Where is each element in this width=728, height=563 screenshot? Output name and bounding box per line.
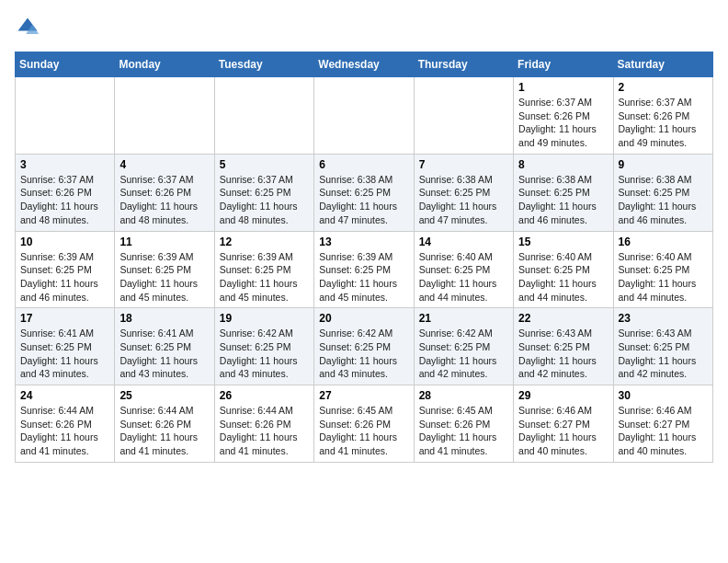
calendar-cell: 8Sunrise: 6:38 AM Sunset: 6:25 PM Daylig… [514,154,613,231]
day-number: 28 [419,389,508,402]
day-number: 26 [220,389,309,402]
day-number: 24 [20,389,109,402]
weekday-header-cell: Tuesday [214,52,313,77]
calendar-cell: 17Sunrise: 6:41 AM Sunset: 6:25 PM Dayli… [16,308,115,385]
day-number: 29 [518,389,608,402]
calendar-week-row: 17Sunrise: 6:41 AM Sunset: 6:25 PM Dayli… [16,308,713,385]
day-info: Sunrise: 6:46 AM Sunset: 6:27 PM Dayligh… [619,404,708,458]
day-number: 1 [518,81,608,94]
calendar-cell: 2Sunrise: 6:37 AM Sunset: 6:26 PM Daylig… [613,77,712,155]
calendar-cell [214,77,313,155]
day-info: Sunrise: 6:46 AM Sunset: 6:27 PM Dayligh… [518,404,608,458]
calendar-cell: 1Sunrise: 6:37 AM Sunset: 6:26 PM Daylig… [514,77,613,155]
weekday-header-cell: Friday [514,52,613,77]
weekday-header-cell: Saturday [613,52,712,77]
calendar-cell: 6Sunrise: 6:38 AM Sunset: 6:25 PM Daylig… [314,154,414,231]
day-number: 25 [119,389,209,402]
calendar-cell [16,77,115,155]
day-number: 8 [518,158,608,171]
day-number: 11 [119,236,209,248]
day-info: Sunrise: 6:44 AM Sunset: 6:26 PM Dayligh… [220,404,309,458]
calendar-body: 1Sunrise: 6:37 AM Sunset: 6:26 PM Daylig… [16,77,713,463]
day-info: Sunrise: 6:44 AM Sunset: 6:26 PM Dayligh… [20,404,109,458]
logo-icon [15,15,40,40]
page-header [15,15,713,40]
day-number: 22 [518,312,608,325]
day-info: Sunrise: 6:45 AM Sunset: 6:26 PM Dayligh… [419,404,508,458]
day-info: Sunrise: 6:38 AM Sunset: 6:25 PM Dayligh… [619,173,708,227]
day-info: Sunrise: 6:39 AM Sunset: 6:25 PM Dayligh… [20,250,109,304]
calendar-cell: 10Sunrise: 6:39 AM Sunset: 6:25 PM Dayli… [16,231,115,308]
calendar-cell: 14Sunrise: 6:40 AM Sunset: 6:25 PM Dayli… [414,231,513,308]
calendar-cell: 26Sunrise: 6:44 AM Sunset: 6:26 PM Dayli… [214,385,313,463]
day-number: 2 [619,81,708,94]
calendar-cell: 11Sunrise: 6:39 AM Sunset: 6:25 PM Dayli… [115,231,214,308]
day-number: 12 [220,236,309,248]
day-number: 14 [419,236,508,248]
calendar-cell [414,77,513,155]
calendar-cell: 18Sunrise: 6:41 AM Sunset: 6:25 PM Dayli… [115,308,214,385]
calendar-cell: 16Sunrise: 6:40 AM Sunset: 6:25 PM Dayli… [613,231,712,308]
calendar-cell: 3Sunrise: 6:37 AM Sunset: 6:26 PM Daylig… [16,154,115,231]
day-number: 10 [20,236,109,248]
day-info: Sunrise: 6:43 AM Sunset: 6:25 PM Dayligh… [619,327,708,381]
calendar-cell: 15Sunrise: 6:40 AM Sunset: 6:25 PM Dayli… [514,231,613,308]
calendar-table: SundayMondayTuesdayWednesdayThursdayFrid… [15,52,713,463]
day-info: Sunrise: 6:40 AM Sunset: 6:25 PM Dayligh… [419,250,508,304]
day-info: Sunrise: 6:45 AM Sunset: 6:26 PM Dayligh… [319,404,408,458]
day-info: Sunrise: 6:37 AM Sunset: 6:26 PM Dayligh… [119,173,209,227]
calendar-cell: 7Sunrise: 6:38 AM Sunset: 6:25 PM Daylig… [414,154,513,231]
day-info: Sunrise: 6:39 AM Sunset: 6:25 PM Dayligh… [220,250,309,304]
day-info: Sunrise: 6:43 AM Sunset: 6:25 PM Dayligh… [518,327,608,381]
calendar-cell: 20Sunrise: 6:42 AM Sunset: 6:25 PM Dayli… [314,308,414,385]
day-number: 18 [119,312,209,325]
day-number: 6 [319,158,408,171]
day-number: 27 [319,389,408,402]
calendar-cell: 22Sunrise: 6:43 AM Sunset: 6:25 PM Dayli… [514,308,613,385]
day-info: Sunrise: 6:39 AM Sunset: 6:25 PM Dayligh… [319,250,408,304]
day-info: Sunrise: 6:37 AM Sunset: 6:26 PM Dayligh… [20,173,109,227]
weekday-header-row: SundayMondayTuesdayWednesdayThursdayFrid… [16,52,713,77]
day-info: Sunrise: 6:37 AM Sunset: 6:25 PM Dayligh… [220,173,309,227]
logo [15,15,44,40]
day-info: Sunrise: 6:42 AM Sunset: 6:25 PM Dayligh… [319,327,408,381]
calendar-week-row: 3Sunrise: 6:37 AM Sunset: 6:26 PM Daylig… [16,154,713,231]
weekday-header-cell: Wednesday [314,52,414,77]
day-info: Sunrise: 6:41 AM Sunset: 6:25 PM Dayligh… [20,327,109,381]
weekday-header-cell: Sunday [16,52,115,77]
day-info: Sunrise: 6:42 AM Sunset: 6:25 PM Dayligh… [220,327,309,381]
day-number: 21 [419,312,508,325]
calendar-cell: 19Sunrise: 6:42 AM Sunset: 6:25 PM Dayli… [214,308,313,385]
day-info: Sunrise: 6:39 AM Sunset: 6:25 PM Dayligh… [119,250,209,304]
calendar-cell: 24Sunrise: 6:44 AM Sunset: 6:26 PM Dayli… [16,385,115,463]
calendar-cell: 29Sunrise: 6:46 AM Sunset: 6:27 PM Dayli… [514,385,613,463]
calendar-cell: 13Sunrise: 6:39 AM Sunset: 6:25 PM Dayli… [314,231,414,308]
day-info: Sunrise: 6:37 AM Sunset: 6:26 PM Dayligh… [619,96,708,150]
day-number: 16 [619,236,708,248]
calendar-cell [115,77,214,155]
calendar-cell: 5Sunrise: 6:37 AM Sunset: 6:25 PM Daylig… [214,154,313,231]
calendar-cell: 27Sunrise: 6:45 AM Sunset: 6:26 PM Dayli… [314,385,414,463]
calendar-cell: 9Sunrise: 6:38 AM Sunset: 6:25 PM Daylig… [613,154,712,231]
day-info: Sunrise: 6:37 AM Sunset: 6:26 PM Dayligh… [518,96,608,150]
day-info: Sunrise: 6:38 AM Sunset: 6:25 PM Dayligh… [419,173,508,227]
day-number: 20 [319,312,408,325]
day-info: Sunrise: 6:44 AM Sunset: 6:26 PM Dayligh… [119,404,209,458]
day-number: 7 [419,158,508,171]
calendar-week-row: 24Sunrise: 6:44 AM Sunset: 6:26 PM Dayli… [16,385,713,463]
day-info: Sunrise: 6:38 AM Sunset: 6:25 PM Dayligh… [319,173,408,227]
day-info: Sunrise: 6:40 AM Sunset: 6:25 PM Dayligh… [619,250,708,304]
day-number: 19 [220,312,309,325]
day-number: 15 [518,236,608,248]
calendar-cell: 23Sunrise: 6:43 AM Sunset: 6:25 PM Dayli… [613,308,712,385]
day-number: 3 [20,158,109,171]
calendar-cell: 25Sunrise: 6:44 AM Sunset: 6:26 PM Dayli… [115,385,214,463]
day-info: Sunrise: 6:41 AM Sunset: 6:25 PM Dayligh… [119,327,209,381]
weekday-header-cell: Thursday [414,52,513,77]
day-info: Sunrise: 6:38 AM Sunset: 6:25 PM Dayligh… [518,173,608,227]
calendar-week-row: 1Sunrise: 6:37 AM Sunset: 6:26 PM Daylig… [16,77,713,155]
calendar-cell: 28Sunrise: 6:45 AM Sunset: 6:26 PM Dayli… [414,385,513,463]
day-number: 17 [20,312,109,325]
day-number: 13 [319,236,408,248]
calendar-cell: 4Sunrise: 6:37 AM Sunset: 6:26 PM Daylig… [115,154,214,231]
